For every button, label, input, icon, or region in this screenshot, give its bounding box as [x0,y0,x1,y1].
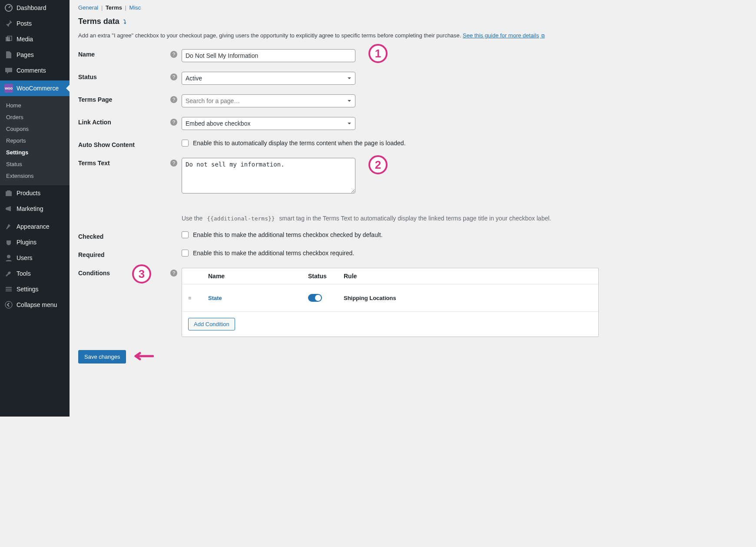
label-name: Name [78,51,170,58]
condition-rule: Shipping Locations [344,295,592,301]
label-termstext: Terms Text [78,160,170,167]
sidebar-item-dashboard[interactable]: Dashboard [0,0,70,16]
sidebar-item-posts[interactable]: Posts [0,16,70,31]
tab-general[interactable]: General [78,4,98,11]
status-select[interactable]: Active [182,72,355,85]
sidebar-item-label: Tools [17,270,31,277]
checked-text: Enable this to make the additional terms… [193,231,383,238]
field-row-autoshow: Auto Show Content Enable this to automat… [78,140,747,148]
sidebar-sub-status[interactable]: Status [0,158,70,170]
label-linkaction: Link Action [78,119,170,126]
sidebar-item-label: Dashboard [17,4,46,11]
label-autoshow: Auto Show Content [78,141,182,148]
help-icon[interactable]: ? [170,119,177,126]
sidebar-item-users[interactable]: Users [0,250,70,266]
field-row-termspage: Terms Page ? [78,94,747,107]
sidebar-item-settings[interactable]: Settings [0,281,70,297]
sidebar-sub-coupons[interactable]: Coupons [0,123,70,135]
save-changes-button[interactable]: Save changes [78,350,126,364]
smart-tag-code: {{additional-terms}} [204,214,278,223]
sidebar-item-tools[interactable]: Tools [0,266,70,281]
col-head-rule: Rule [344,273,592,280]
sidebar-item-label: Media [17,36,33,43]
required-checkbox[interactable] [182,250,189,257]
label-required: Required [78,251,182,258]
sidebar-item-label: Posts [17,20,32,27]
sidebar-item-media[interactable]: Media [0,31,70,47]
condition-name-link[interactable]: State [208,295,222,301]
sidebar-sub-orders[interactable]: Orders [0,111,70,123]
add-condition-button[interactable]: Add Condition [188,318,235,330]
sidebar-item-woocommerce[interactable]: woo WooCommerce [0,80,70,96]
linkaction-select[interactable]: Embed above checkbox [182,117,355,130]
label-termspage: Terms Page [78,96,170,103]
admin-sidebar: Dashboard Posts Media Pages Comments woo… [0,0,70,417]
svg-rect-7 [6,290,12,291]
required-text: Enable this to make the additional terms… [193,250,354,257]
page-description: Add an extra "I agree" checkbox to your … [78,32,747,39]
col-head-status: Status [308,273,344,280]
svg-rect-6 [6,289,12,290]
help-icon[interactable]: ? [170,51,177,58]
annotation-callout-2: 2 [368,155,388,174]
sidebar-sub-home[interactable]: Home [0,100,70,111]
name-input[interactable] [182,49,355,62]
sidebar-item-label: Users [17,254,33,261]
label-checked: Checked [78,233,182,240]
product-icon [4,189,13,197]
help-icon[interactable]: ? [170,270,177,277]
tab-terms[interactable]: Terms [106,4,122,11]
annotation-callout-3: 3 [132,264,151,284]
guide-link[interactable]: See this guide for more details ⧉ [463,32,545,39]
help-icon[interactable]: ? [170,160,177,167]
sidebar-item-appearance[interactable]: Appearance [0,219,70,234]
sidebar-item-label: Collapse menu [17,301,57,308]
autoshow-checkbox[interactable] [182,140,189,147]
sidebar-item-comments[interactable]: Comments [0,63,70,78]
field-row-name: Name ? 1 [78,49,747,62]
termspage-select[interactable] [182,94,355,107]
sidebar-item-products[interactable]: Products [0,185,70,201]
termstext-textarea[interactable] [182,158,355,193]
sidebar-sub-settings[interactable]: Settings [0,147,70,158]
sidebar-item-label: WooCommerce [17,85,59,92]
annotation-callout-1: 1 [368,44,388,63]
field-row-termstext: Terms Text ? 2 Use the {{additional-term… [78,158,747,222]
table-row: ≡ State Shipping Locations [182,284,598,312]
appearance-icon [4,222,13,231]
svg-point-8 [5,301,12,308]
autoshow-text: Enable this to automatically display the… [193,140,406,147]
settings-subtabs: General | Terms | Misc [78,4,747,11]
tool-icon [4,269,13,278]
sidebar-item-label: Comments [17,67,46,74]
tab-misc[interactable]: Misc [129,4,141,11]
field-row-required: Required Enable this to make the additio… [78,250,747,258]
sidebar-item-pages[interactable]: Pages [0,47,70,63]
external-link-icon: ⧉ [540,33,545,38]
sidebar-sub-extensions[interactable]: Extensions [0,170,70,182]
checked-checkbox[interactable] [182,231,189,238]
help-icon[interactable]: ? [170,96,177,103]
anchor-link-icon[interactable]: ⤵ [123,19,126,25]
sidebar-item-plugins[interactable]: Plugins [0,234,70,250]
media-icon [4,35,13,43]
annotation-arrow [132,351,154,363]
col-head-name: Name [208,273,308,280]
plugin-icon [4,238,13,247]
condition-status-toggle[interactable] [308,294,322,302]
conditions-table: Name Status Rule ≡ State Shipping Locati… [182,268,599,337]
help-icon[interactable]: ? [170,73,177,80]
field-row-status: Status ? Active [78,72,747,85]
drag-handle-icon[interactable]: ≡ [188,295,208,301]
sidebar-sub-reports[interactable]: Reports [0,135,70,147]
marketing-icon [4,204,13,213]
sidebar-item-collapse[interactable]: Collapse menu [0,297,70,313]
sidebar-item-label: Products [17,190,40,197]
termstext-hint: Use the {{additional-terms}} smart tag i… [182,215,747,222]
main-content: General | Terms | Misc Terms data ⤵ Add … [70,0,756,417]
page-icon [4,50,13,59]
sidebar-item-label: Pages [17,51,34,58]
field-row-conditions: Conditions ? 3 Name Status Rule ≡ State … [78,268,747,337]
sidebar-item-marketing[interactable]: Marketing [0,201,70,217]
woocommerce-icon: woo [4,84,13,93]
